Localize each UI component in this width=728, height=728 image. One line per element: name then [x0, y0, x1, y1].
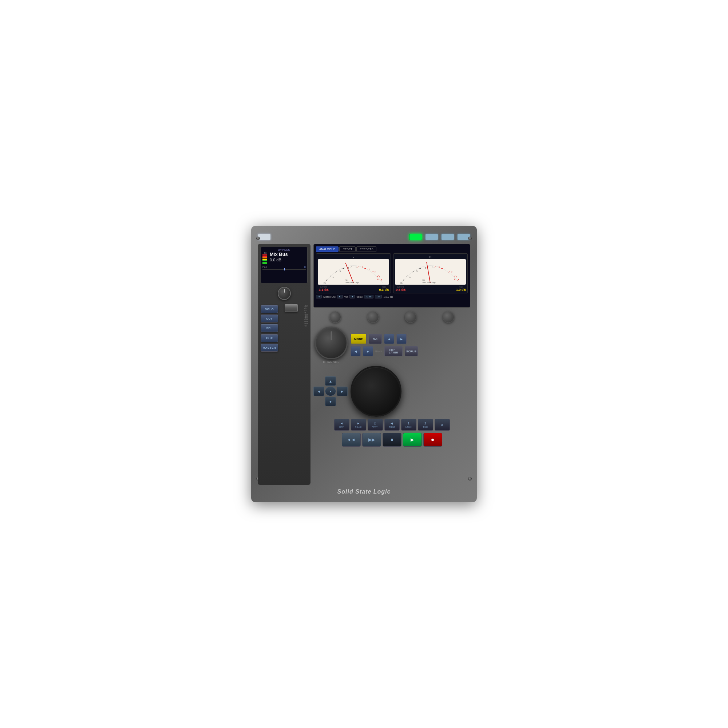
knob-4[interactable]: [443, 311, 454, 323]
arrow-down-button[interactable]: ▼: [325, 397, 336, 406]
auto-trim-icon: ◀: [391, 422, 393, 425]
arrow-row-mid: ◄ ● ►: [314, 387, 348, 396]
tab-reset[interactable]: RESET: [339, 246, 356, 252]
auto-wrt-button[interactable]: ⊡ WRT: [368, 419, 383, 431]
svg-line-43: [427, 262, 430, 283]
vu-arc-right: 20 10 5 3 1 0 1 2 3 +: [398, 259, 463, 284]
bank-right-button[interactable]: ►: [363, 346, 373, 356]
vu-max-left-value: 0.3 dB: [379, 288, 389, 292]
vu-source: Stereo Out: [323, 295, 336, 298]
indicator-green[interactable]: [409, 234, 422, 240]
vu-ref4: -18.0 dB: [383, 295, 393, 298]
master-button[interactable]: MASTER: [261, 344, 278, 352]
mode-row-2: ◄ ► BANK 360°LAYER SCRUB: [350, 346, 469, 356]
auto-tch-button[interactable]: 2 TCH: [418, 419, 433, 431]
tab-analogue[interactable]: ANALOGUE: [316, 246, 338, 252]
svg-line-24: [407, 275, 408, 277]
bank-group: BANK: [375, 350, 382, 353]
knob-3[interactable]: [405, 311, 416, 323]
pan-label: Pan: [262, 266, 267, 268]
cut-button[interactable]: CUT: [261, 315, 278, 323]
auto-trim-button[interactable]: ◀ TRIM: [384, 419, 400, 431]
bank-58-button[interactable]: 5-8: [369, 334, 382, 344]
vu-footer: ◄ Stereo Out ► VU ◄ 0dBu +2 dB Ref -18.0…: [316, 295, 468, 298]
device-inner: BYPASS 53: [258, 232, 470, 496]
sel-button[interactable]: SEL: [261, 324, 278, 332]
auto-tch-icon: 2: [424, 422, 426, 425]
layer-button[interactable]: 360°LAYER: [384, 346, 402, 356]
indicator-blue2[interactable]: [441, 234, 454, 240]
svg-line-30: [448, 272, 450, 272]
channel-encoder[interactable]: [315, 327, 348, 359]
knob-2[interactable]: [367, 311, 379, 323]
mode-buttons-grid: MODE 5-8 ◄ ► ◄ ► BANK 360°LAYER: [350, 334, 469, 356]
pan-knob[interactable]: [278, 287, 291, 300]
record-button[interactable]: ●: [423, 433, 442, 447]
fader-handle[interactable]: [284, 304, 298, 312]
svg-line-3: [343, 268, 344, 269]
mode-row-1: MODE 5-8 ◄ ►: [350, 334, 469, 344]
flip-button[interactable]: FLIP: [261, 334, 278, 342]
nav-left-button[interactable]: ◄: [384, 334, 394, 344]
auto-tch-label: TCH: [423, 426, 428, 428]
knob-1[interactable]: [329, 311, 341, 323]
svg-text:1: 1: [356, 266, 357, 268]
auto-up-button[interactable]: ▲: [434, 419, 450, 431]
arrow-left-button[interactable]: ◄: [314, 387, 324, 396]
jog-wheel[interactable]: [350, 366, 401, 417]
svg-line-6: [364, 268, 366, 269]
pan-section: Pan C: [262, 266, 306, 268]
vu-nav-right[interactable]: ►: [337, 295, 343, 298]
svg-line-1: [330, 275, 331, 277]
auto-ltch-button[interactable]: 1 LTCH: [401, 419, 416, 431]
auto-read-button[interactable]: ► READ: [351, 419, 366, 431]
vu-right-label: R: [395, 255, 466, 258]
arrow-right-button[interactable]: ►: [337, 387, 348, 396]
tab-presets[interactable]: PRESETS: [356, 246, 376, 252]
mode-button[interactable]: MODE: [350, 334, 367, 344]
encoder-row: CHANNEL MODE 5-8 ◄ ► ◄ ►: [314, 327, 470, 364]
indicator-blue1[interactable]: [425, 234, 438, 240]
transport-jog-row: ▲ ◄ ● ► ▼: [314, 366, 470, 417]
channel-display: BYPASS 53: [261, 247, 307, 283]
stop-button[interactable]: ■: [382, 433, 401, 447]
auto-ltch-icon: 1: [408, 422, 410, 425]
svg-line-28: [434, 267, 436, 267]
vu-ref3[interactable]: Ref: [375, 295, 382, 298]
svg-line-4: [350, 267, 352, 267]
vu-ref2[interactable]: +2 dB: [364, 295, 373, 298]
vu-current-left-value: -3.1 dB: [318, 288, 329, 292]
svg-text:3: 3: [348, 267, 349, 269]
vu-nav-left[interactable]: ◄: [316, 295, 322, 298]
arrow-up-button[interactable]: ▲: [325, 376, 336, 386]
vu-max-left: max 0.3 dB: [379, 286, 389, 292]
scrub-button[interactable]: SCRUB: [405, 346, 418, 356]
fastforward-button[interactable]: ▶▶: [362, 433, 381, 447]
channel-buttons: SOLO CUT SEL: [261, 304, 278, 332]
center-button[interactable]: ●: [325, 387, 336, 396]
svg-line-31: [454, 275, 455, 277]
bank-left-button[interactable]: ◄: [350, 346, 361, 356]
vu-arc-left: 20 10 5 3 1 0 1 2 3: [321, 259, 386, 284]
auto-off-button[interactable]: ◄ OFF: [334, 419, 349, 431]
fader-track[interactable]: [290, 304, 293, 304]
meter-bar-green3: [262, 263, 267, 264]
svg-text:1: 1: [433, 266, 434, 268]
rewind-button[interactable]: ◄◄: [342, 433, 361, 447]
svg-line-0: [326, 279, 327, 281]
svg-text:+: +: [377, 278, 379, 281]
svg-line-32: [457, 279, 459, 281]
vu-max-right-value: 1.0 dB: [456, 288, 466, 292]
nav-right-button[interactable]: ►: [396, 334, 407, 344]
svg-line-8: [377, 275, 379, 277]
vu-ref1-btn[interactable]: ◄: [349, 295, 355, 298]
knobs-row: [314, 310, 470, 324]
vu-ref1: 0dBu: [356, 295, 362, 298]
svg-text:1: 1: [369, 268, 370, 271]
solo-button[interactable]: SOLO: [261, 305, 278, 313]
screw-tl: [256, 237, 260, 240]
auto-off-label: OFF: [339, 426, 344, 428]
auto-ltch-label: LTCH: [405, 426, 412, 428]
vu-readings-right: current -0.5 dB max 1.0 dB: [395, 286, 466, 292]
play-button[interactable]: ▶: [403, 433, 422, 447]
